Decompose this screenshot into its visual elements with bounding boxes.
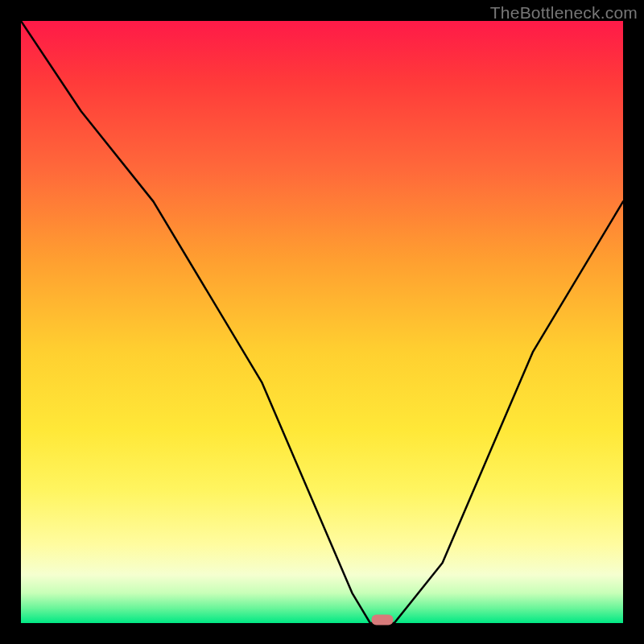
- watermark-text: TheBottleneck.com: [490, 3, 638, 23]
- optimum-marker: [371, 615, 393, 625]
- chart-gradient-area: [21, 21, 623, 623]
